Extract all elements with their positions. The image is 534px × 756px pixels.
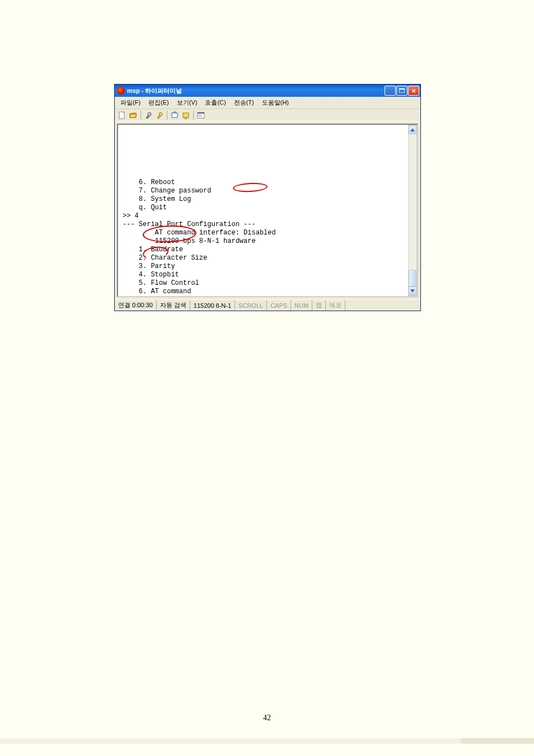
terminal-line: 6. AT command <box>123 288 411 296</box>
vertical-scrollbar[interactable] <box>408 125 417 296</box>
svg-rect-6 <box>183 113 189 118</box>
toolbar-separator-3 <box>193 111 194 120</box>
terminal-line: >> 4 <box>123 212 411 220</box>
status-auto-detect: 자동 검색 <box>157 300 190 311</box>
status-connection: 연결 0:00:30 <box>115 300 157 311</box>
page-number: 42 <box>0 713 534 722</box>
receive-icon[interactable] <box>181 110 191 120</box>
send-icon[interactable] <box>170 110 180 120</box>
menu-view[interactable]: 보기(V) <box>174 98 201 107</box>
terminal-line: AT command interface: Disabled <box>123 229 411 237</box>
status-echo: 에코 <box>326 300 345 311</box>
terminal-line: 7. Change password <box>123 187 411 195</box>
status-scroll: SCROLL <box>235 300 267 311</box>
terminal-line: 6. Reboot <box>123 179 411 187</box>
status-caps: CAPS <box>267 300 291 311</box>
menu-transfer[interactable]: 전송(T) <box>231 98 257 107</box>
terminal[interactable]: 6. Reboot 7. Change password 8. System L… <box>117 124 418 297</box>
toolbar <box>115 109 420 121</box>
terminal-line: q. Quit <box>123 296 411 297</box>
menu-edit[interactable]: 편집(E) <box>145 98 172 107</box>
minimize-button[interactable]: _ <box>385 86 396 96</box>
connect-icon[interactable] <box>143 110 153 120</box>
toolbar-separator <box>140 111 141 120</box>
terminal-line: --- Serial Port Configuration --- <box>123 220 411 229</box>
terminal-line: q. Quit <box>123 204 411 212</box>
svg-rect-5 <box>172 113 177 118</box>
terminal-area: 6. Reboot 7. Change password 8. System L… <box>115 121 420 299</box>
terminal-line: 115200 bps 8-N-1 hardware <box>123 237 411 246</box>
menu-help[interactable]: 도움말(H) <box>259 98 292 107</box>
status-port-settings: 115200 8-N-1 <box>190 300 235 311</box>
app-icon <box>117 87 125 95</box>
maximize-button[interactable] <box>396 86 407 96</box>
titlebar: msp - 하이퍼터미널 _ ✕ <box>115 84 420 97</box>
status-num: NUM <box>291 300 312 311</box>
terminal-line: 3. Parity <box>123 262 411 271</box>
terminal-line: 2. Character Size <box>123 254 411 262</box>
menu-call[interactable]: 호출(C) <box>202 98 229 107</box>
scroll-down-icon[interactable] <box>409 287 416 295</box>
scroll-up-icon[interactable] <box>409 125 416 134</box>
svg-rect-8 <box>198 112 204 114</box>
svg-point-4 <box>159 112 162 116</box>
scroll-track[interactable] <box>409 134 416 287</box>
terminal-line: 1. Baudrate <box>123 246 411 254</box>
terminal-line: 8. System Log <box>123 195 411 204</box>
open-icon[interactable] <box>128 110 138 120</box>
menu-file[interactable]: 파일(F) <box>117 98 144 107</box>
app-window: msp - 하이퍼터미널 _ ✕ 파일(F) 편집(E) 보기(V) 호출(C)… <box>114 84 421 311</box>
scroll-thumb[interactable] <box>409 270 416 287</box>
disconnect-icon[interactable] <box>154 110 165 120</box>
terminal-line: 5. Flow Control <box>123 279 411 288</box>
close-button[interactable]: ✕ <box>408 86 419 96</box>
status-capture: 캡 <box>312 300 326 311</box>
new-icon[interactable] <box>117 110 127 120</box>
menubar: 파일(F) 편집(E) 보기(V) 호출(C) 전송(T) 도움말(H) <box>115 97 420 109</box>
window-title: msp - 하이퍼터미널 <box>127 87 385 95</box>
svg-rect-9 <box>199 115 201 115</box>
page-footer-accent <box>461 738 534 744</box>
properties-icon[interactable] <box>196 110 206 120</box>
page-footer-bar <box>0 738 534 744</box>
svg-rect-10 <box>199 116 202 116</box>
terminal-line: 4. Stopbit <box>123 271 411 279</box>
window-controls: _ ✕ <box>385 86 419 96</box>
svg-point-3 <box>148 112 151 116</box>
statusbar: 연결 0:00:30 자동 검색 115200 8-N-1 SCROLL CAP… <box>115 299 420 311</box>
toolbar-separator-2 <box>167 111 167 120</box>
svg-rect-1 <box>399 88 405 90</box>
